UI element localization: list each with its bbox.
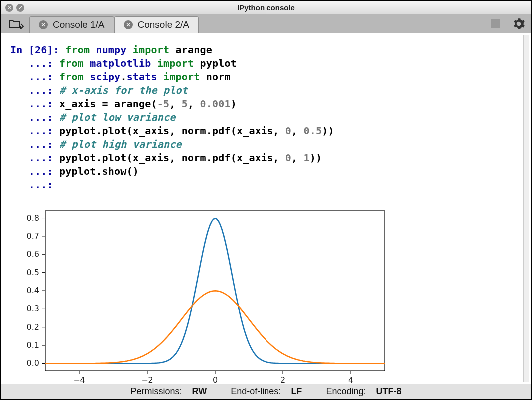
status-bar: Permissions: RW End-of-lines: LF Encodin… <box>1 384 531 399</box>
plot-output: 0.00.10.20.30.40.50.60.70.8−4−2024 <box>10 206 522 384</box>
svg-text:0.6: 0.6 <box>27 249 39 259</box>
svg-text:−4: −4 <box>73 375 85 384</box>
status-permissions: Permissions: RW <box>131 386 207 397</box>
tab-console-2[interactable]: ✕Console 2/A <box>114 16 199 33</box>
scrollbar[interactable] <box>523 35 529 382</box>
window-title: IPython console <box>1 3 531 12</box>
console-output[interactable]: In [26]: from numpy import arange ...: f… <box>1 33 531 384</box>
code-block: In [26]: from numpy import arange ...: f… <box>10 43 522 192</box>
title-bar: ✕ ⤢ IPython console <box>1 1 531 14</box>
encoding-value: UTF-8 <box>376 386 401 396</box>
permissions-label: Permissions: <box>131 386 182 396</box>
encoding-label: Encoding: <box>326 386 366 396</box>
tab-label: Console 1/A <box>53 19 105 30</box>
eol-value: LF <box>291 386 302 396</box>
open-folder-button[interactable] <box>4 14 29 33</box>
svg-text:0.2: 0.2 <box>27 322 39 332</box>
svg-text:0.4: 0.4 <box>27 286 39 295</box>
tab-console-1[interactable]: ✕Console 1/A <box>29 16 114 33</box>
eol-label: End-of-lines: <box>231 386 281 396</box>
svg-text:0.7: 0.7 <box>27 231 39 241</box>
settings-button[interactable] <box>507 14 531 33</box>
close-tab-button[interactable]: ✕ <box>124 20 133 29</box>
folder-arrow-icon <box>9 17 25 30</box>
svg-text:0: 0 <box>213 375 218 384</box>
close-tab-button[interactable]: ✕ <box>39 20 48 29</box>
gear-icon <box>512 17 525 30</box>
svg-text:0.3: 0.3 <box>27 304 39 313</box>
tab-bar: ✕Console 1/A✕Console 2/A <box>1 14 531 33</box>
kernel-status-indicator <box>491 19 500 28</box>
svg-text:0.0: 0.0 <box>27 358 39 368</box>
svg-text:4: 4 <box>348 375 353 384</box>
svg-text:0.1: 0.1 <box>27 340 39 350</box>
svg-text:2: 2 <box>280 375 285 384</box>
tab-label: Console 2/A <box>138 19 190 30</box>
status-eol: End-of-lines: LF <box>231 386 302 397</box>
svg-text:0.5: 0.5 <box>27 268 39 277</box>
svg-text:0.8: 0.8 <box>27 213 39 223</box>
status-encoding: Encoding: UTF-8 <box>326 386 401 397</box>
permissions-value: RW <box>192 386 207 396</box>
svg-text:−2: −2 <box>141 375 153 384</box>
plot-figure: 0.00.10.20.30.40.50.60.70.8−4−2024 <box>10 206 395 384</box>
